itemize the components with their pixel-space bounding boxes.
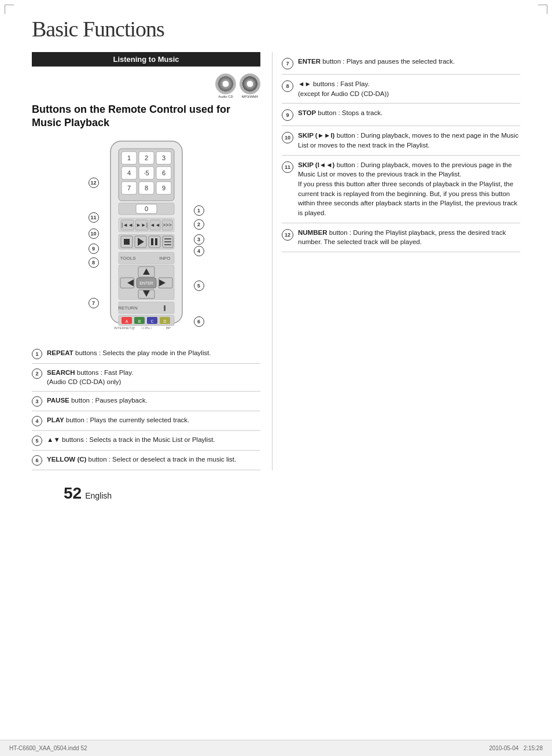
item-number: 5 [32, 436, 42, 446]
right-column: 7ENTER button : Plays and pauses the sel… [272, 52, 520, 470]
item-text: PLAY button : Plays the currently select… [47, 415, 189, 425]
right-item-row: 7ENTER button : Plays and pauses the sel… [282, 52, 520, 75]
callout-3: 3 [194, 234, 204, 245]
item-text: ▲▼ buttons : Selects a track in the Musi… [47, 435, 215, 445]
callout-11: 11 [89, 212, 99, 223]
item-text: STOP button : Stops a track. [298, 108, 520, 118]
svg-rect-37 [149, 236, 160, 248]
page-number-section: 52 English [32, 484, 520, 503]
svg-rect-39 [155, 238, 157, 245]
footer-file: HT-C6600_XAA_0504.indd 52 [9, 745, 87, 751]
left-item-row: 1REPEAT buttons : Selects the play mode … [32, 344, 260, 364]
right-item-row: 9STOP button : Stops a track. [282, 104, 520, 126]
left-item-row: 6YELLOW (C) button : Select or deselect … [32, 451, 260, 470]
left-item-row: 5▲▼ buttons : Selects a track in the Mus… [32, 431, 260, 451]
svg-text:9: 9 [161, 185, 165, 191]
item-number: 4 [32, 416, 42, 426]
svg-text:0: 0 [144, 205, 148, 212]
item-text: YELLOW (C) button : Select or deselect a… [47, 455, 236, 464]
svg-text:INFO: INFO [159, 256, 170, 261]
svg-text:BP: BP [165, 326, 170, 330]
svg-text:►►|: ►►| [135, 222, 147, 228]
right-item-row: 11SKIP (I◄◄) button : During playback, m… [282, 156, 520, 223]
item-number: 9 [282, 109, 293, 121]
svg-text:C: C [150, 319, 153, 323]
callout-8: 8 [89, 257, 99, 268]
callout-1: 1 [194, 205, 204, 216]
section-subtitle: Buttons on the Remote Control used for M… [32, 103, 260, 130]
right-item-row: 12NUMBER button : During the Playlist pl… [282, 223, 520, 252]
svg-text:▐: ▐ [162, 305, 165, 311]
svg-text:ENTER: ENTER [139, 281, 153, 285]
right-item-row: 10SKIP (►►I) button : During playback, m… [282, 126, 520, 155]
item-number: 11 [282, 161, 293, 173]
item-number: 1 [32, 349, 42, 359]
page-language: English [85, 491, 112, 500]
svg-rect-34 [124, 239, 130, 245]
item-text: PAUSE button : Pauses playback. [47, 396, 148, 405]
svg-text:6: 6 [161, 169, 165, 176]
callout-12: 12 [89, 178, 99, 188]
svg-text:□□PL□: □□PL□ [141, 326, 152, 330]
svg-text:4: 4 [127, 169, 130, 176]
svg-text:·5: ·5 [143, 169, 149, 176]
callout-6: 6 [194, 316, 204, 327]
footer-bar: HT-C6600_XAA_0504.indd 52 2010-05-04 2:1… [0, 740, 552, 756]
svg-text:|◄◄: |◄◄ [121, 222, 133, 228]
item-text: NUMBER button : During the Playlist play… [298, 228, 520, 247]
svg-text:INTERNET@: INTERNET@ [113, 326, 134, 330]
callout-7: 7 [89, 298, 99, 308]
svg-text:>>>: >>> [163, 222, 172, 228]
svg-rect-38 [151, 238, 153, 245]
left-items-list: 1REPEAT buttons : Selects the play mode … [32, 344, 260, 470]
footer-datetime: 2010-05-04 2:15:28 [489, 745, 543, 751]
mp3-wma-icon: MP3/WMA [240, 73, 260, 98]
item-text: ◄► buttons : Fast Play.(except for Audio… [298, 79, 520, 98]
audio-cd-label: Audio CD [218, 95, 233, 98]
item-text: SKIP (I◄◄) button : During playback, mov… [298, 160, 520, 218]
callout-4: 4 [194, 246, 204, 256]
left-item-row: 2SEARCH buttons : Fast Play.(Audio CD (C… [32, 364, 260, 392]
svg-text:◄◄: ◄◄ [150, 222, 160, 228]
left-item-row: 4PLAY button : Plays the currently selec… [32, 411, 260, 431]
remote-svg: 1 2 3 4 ·5 6 7 [89, 138, 204, 335]
section-header: Listening to Music [32, 52, 260, 67]
item-number: 8 [282, 80, 293, 92]
right-item-row: 8◄► buttons : Fast Play.(except for Audi… [282, 75, 520, 104]
page-title: Basic Functions [32, 16, 520, 42]
mp3-wma-label: MP3/WMA [242, 95, 259, 98]
svg-text:D: D [163, 319, 166, 323]
item-number: 3 [32, 396, 42, 407]
svg-text:A: A [125, 319, 128, 323]
svg-text:8: 8 [144, 185, 148, 191]
page-number: 52 [64, 484, 82, 503]
svg-text:7: 7 [127, 185, 130, 191]
item-text: SKIP (►►I) button : During playback, mov… [298, 131, 520, 150]
left-column: Listening to Music Audio CD MP3/WMA Butt… [32, 52, 272, 470]
svg-text:2: 2 [144, 154, 148, 161]
item-number: 12 [282, 229, 293, 241]
svg-text:B: B [138, 319, 141, 323]
left-item-row: 3PAUSE button : Pauses playback. [32, 392, 260, 411]
audio-cd-icon: Audio CD [215, 73, 236, 98]
item-text: ENTER button : Plays and pauses the sele… [298, 57, 520, 67]
disc-icons-row: Audio CD MP3/WMA [32, 73, 260, 98]
item-number: 7 [282, 58, 293, 69]
item-text: SEARCH buttons : Fast Play.(Audio CD (CD… [47, 368, 133, 387]
svg-text:TOOLS: TOOLS [120, 256, 135, 261]
svg-text:3: 3 [161, 154, 165, 161]
callout-2: 2 [194, 219, 204, 230]
item-number: 10 [282, 132, 293, 143]
remote-diagram: 1 2 3 4 ·5 6 7 [32, 138, 260, 335]
callout-9: 9 [89, 244, 99, 254]
svg-text:RETURN: RETURN [118, 305, 138, 311]
callout-5: 5 [194, 281, 204, 291]
item-number: 6 [32, 455, 42, 466]
callout-10: 10 [89, 228, 99, 239]
item-number: 2 [32, 368, 42, 379]
item-text: REPEAT buttons : Selects the play mode i… [47, 348, 211, 358]
svg-text:1: 1 [127, 154, 130, 161]
